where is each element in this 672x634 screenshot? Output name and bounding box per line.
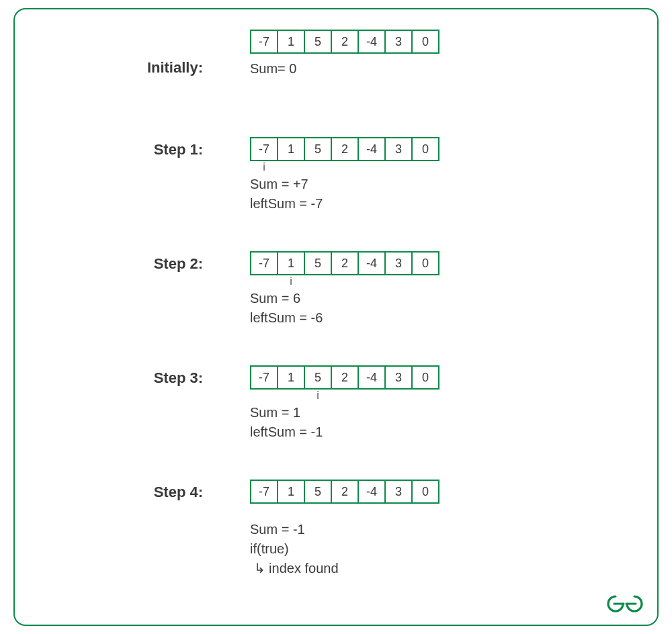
cell: -7 [250, 137, 278, 161]
cell: 0 [411, 251, 439, 275]
cell: -4 [358, 365, 386, 390]
cell: 0 [411, 365, 439, 390]
array-step-1: -7 1 5 2 -4 3 0 [250, 137, 439, 161]
cell: -7 [250, 30, 278, 54]
cell: 5 [304, 30, 332, 54]
array-step-2: -7 1 5 2 -4 3 0 [250, 251, 439, 275]
cell: 5 [304, 137, 332, 161]
cell: -7 [250, 365, 278, 390]
cell: 2 [331, 480, 359, 504]
cell: 1 [277, 30, 305, 54]
text-line: Sum = 1 [250, 403, 323, 422]
info-step-3: Sum = 1 leftSum = -1 [250, 403, 323, 442]
array-initial: -7 1 5 2 -4 3 0 [250, 30, 439, 54]
pointer-i: i [277, 275, 305, 287]
cell: 5 [304, 480, 332, 504]
pointer-i: i [304, 390, 332, 402]
geeksforgeeks-logo-icon [606, 592, 644, 615]
text-line: leftSum = -1 [250, 422, 323, 442]
text-line: ↳ index found [250, 559, 339, 578]
text-line: Sum = 6 [250, 289, 323, 308]
info-step-4: Sum = -1 if(true) ↳ index found [250, 520, 339, 578]
cell: 2 [331, 251, 359, 275]
text-line: Sum = -1 [250, 520, 339, 539]
info-step-2: Sum = 6 leftSum = -6 [250, 289, 323, 328]
label-step-3: Step 3: [15, 369, 203, 387]
label-initially: Initially: [15, 59, 203, 77]
diagram-content: -7 1 5 2 -4 3 0 Initially: Sum= 0 Step 1… [15, 9, 657, 625]
label-step-1: Step 1: [15, 141, 203, 158]
cell: 2 [331, 365, 359, 390]
cell: 0 [411, 30, 439, 54]
cell: 3 [384, 30, 413, 54]
cell: 0 [411, 137, 439, 161]
cell: -4 [358, 137, 386, 161]
cell: 1 [277, 137, 305, 161]
label-step-2: Step 2: [15, 255, 203, 273]
cell: -4 [358, 480, 386, 504]
info-initial: Sum= 0 [250, 59, 296, 79]
array-step-4: -7 1 5 2 -4 3 0 [250, 480, 439, 504]
cell: -7 [250, 251, 278, 275]
pointer-i: i [250, 161, 278, 173]
cell: 3 [384, 137, 413, 161]
text-line: leftSum = -6 [250, 308, 323, 328]
cell: -4 [358, 30, 386, 54]
cell: 1 [277, 365, 305, 390]
array-step-3: -7 1 5 2 -4 3 0 [250, 365, 439, 390]
cell: -7 [250, 480, 278, 504]
text-line: Sum = +7 [250, 175, 323, 194]
cell: 2 [331, 137, 359, 161]
cell: -4 [358, 251, 386, 275]
cell: 1 [277, 251, 305, 275]
text-line: if(true) [250, 539, 339, 559]
cell: 0 [411, 480, 439, 504]
info-step-1: Sum = +7 leftSum = -7 [250, 175, 323, 214]
text-line: Sum= 0 [250, 59, 296, 79]
text-line: leftSum = -7 [250, 194, 323, 214]
cell: 1 [277, 480, 305, 504]
cell: 3 [384, 480, 413, 504]
cell: 5 [304, 365, 332, 390]
diagram-frame: -7 1 5 2 -4 3 0 Initially: Sum= 0 Step 1… [13, 8, 659, 626]
cell: 5 [304, 251, 332, 275]
cell: 3 [384, 365, 413, 390]
label-step-4: Step 4: [15, 484, 203, 501]
cell: 3 [384, 251, 413, 275]
cell: 2 [331, 30, 359, 54]
